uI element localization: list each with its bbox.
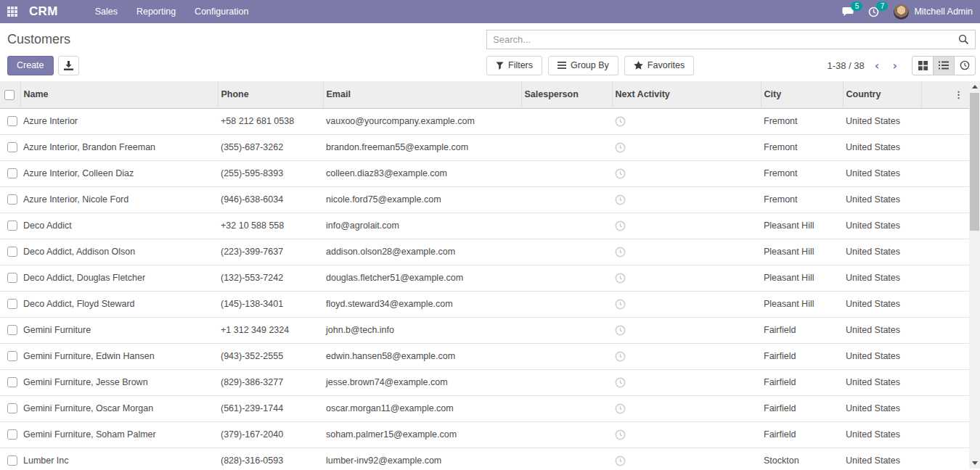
- column-header-city[interactable]: City: [761, 81, 843, 108]
- table-row[interactable]: Gemini Furniture, Oscar Morgan (561)-239…: [0, 395, 969, 421]
- next-activity-clock-icon[interactable]: [615, 247, 755, 257]
- select-all-checkbox-cell[interactable]: [0, 81, 20, 108]
- row-checkbox-cell[interactable]: [0, 160, 20, 186]
- table-row[interactable]: Lumber Inc (828)-316-0593 lumber-inv92@e…: [0, 448, 969, 470]
- table-row[interactable]: Azure Interior +58 212 681 0538 vauxoo@y…: [0, 108, 969, 134]
- table-row[interactable]: Gemini Furniture +1 312 349 2324 john.b@…: [0, 317, 969, 343]
- table-row[interactable]: Deco Addict, Addison Olson (223)-399-763…: [0, 239, 969, 265]
- activities-button[interactable]: 7: [868, 7, 879, 17]
- row-checkbox[interactable]: [7, 325, 17, 335]
- favorites-button[interactable]: Favorites: [624, 56, 694, 75]
- pager-next-button[interactable]: ›: [889, 59, 900, 73]
- table-row[interactable]: Gemini Furniture, Jesse Brown (829)-386-…: [0, 369, 969, 395]
- column-header-next-activity[interactable]: Next Activity: [612, 81, 761, 108]
- scrollbar-down-arrow[interactable]: [969, 458, 980, 469]
- next-activity-clock-icon[interactable]: [615, 273, 755, 284]
- row-checkbox-cell[interactable]: [0, 134, 20, 160]
- column-header-email[interactable]: Email: [323, 81, 521, 108]
- export-button[interactable]: [58, 56, 79, 75]
- optional-columns-icon[interactable]: ⋮: [954, 90, 963, 99]
- row-checkbox[interactable]: [7, 429, 17, 440]
- cell-name: Gemini Furniture, Soham Palmer: [20, 421, 218, 448]
- app-brand[interactable]: CRM: [29, 4, 58, 19]
- next-activity-clock-icon[interactable]: [615, 351, 755, 362]
- next-activity-clock-icon[interactable]: [615, 403, 755, 414]
- row-checkbox[interactable]: [7, 116, 17, 126]
- cell-country: United States: [843, 213, 921, 239]
- row-checkbox[interactable]: [7, 168, 17, 178]
- next-activity-clock-icon[interactable]: [615, 377, 755, 388]
- apps-menu-icon[interactable]: [7, 7, 19, 17]
- cell-phone: (943)-352-2555: [218, 343, 323, 369]
- row-checkbox-cell[interactable]: [0, 291, 20, 317]
- menu-reporting[interactable]: Reporting: [128, 0, 184, 23]
- scrollbar-up-arrow[interactable]: [969, 81, 980, 92]
- create-button[interactable]: Create: [7, 56, 54, 75]
- row-checkbox-cell[interactable]: [0, 317, 20, 343]
- search-icon[interactable]: [958, 34, 969, 45]
- row-checkbox-cell[interactable]: [0, 343, 20, 369]
- scrollbar-thumb[interactable]: [970, 93, 979, 231]
- row-checkbox[interactable]: [7, 377, 17, 387]
- row-checkbox[interactable]: [7, 220, 17, 231]
- row-checkbox-cell[interactable]: [0, 239, 20, 265]
- filters-button[interactable]: Filters: [486, 56, 542, 75]
- row-checkbox-cell[interactable]: [0, 395, 20, 421]
- next-activity-clock-icon[interactable]: [615, 194, 755, 205]
- next-activity-clock-icon[interactable]: [615, 220, 755, 231]
- row-checkbox[interactable]: [7, 403, 17, 413]
- column-header-country[interactable]: Country: [843, 81, 921, 108]
- row-checkbox-cell[interactable]: [0, 421, 20, 448]
- next-activity-clock-icon[interactable]: [615, 299, 755, 310]
- table-row[interactable]: Azure Interior, Nicole Ford (946)-638-60…: [0, 186, 969, 213]
- row-checkbox[interactable]: [7, 247, 17, 257]
- row-checkbox[interactable]: [7, 299, 17, 309]
- row-checkbox-cell[interactable]: [0, 448, 20, 470]
- next-activity-clock-icon[interactable]: [615, 142, 755, 153]
- cell-salesperson: [521, 265, 612, 291]
- activity-view-button[interactable]: [954, 56, 976, 75]
- row-checkbox-cell[interactable]: [0, 265, 20, 291]
- user-menu[interactable]: Mitchell Admin: [894, 4, 973, 20]
- group-by-button[interactable]: Group By: [548, 56, 618, 75]
- row-checkbox[interactable]: [7, 142, 17, 152]
- cell-city: Fairfield: [761, 369, 843, 395]
- search-input[interactable]: [487, 30, 975, 49]
- column-header-name[interactable]: Name: [20, 81, 218, 108]
- kanban-view-button[interactable]: [912, 56, 934, 75]
- row-checkbox[interactable]: [7, 273, 17, 283]
- list-view-button[interactable]: [933, 56, 955, 75]
- row-checkbox-cell[interactable]: [0, 108, 20, 134]
- table-row[interactable]: Deco Addict, Floyd Steward (145)-138-340…: [0, 291, 969, 317]
- row-checkbox-cell[interactable]: [0, 213, 20, 239]
- row-checkbox[interactable]: [7, 455, 17, 466]
- table-row[interactable]: Azure Interior, Colleen Diaz (255)-595-8…: [0, 160, 969, 186]
- next-activity-clock-icon[interactable]: [615, 455, 755, 466]
- cell-filler: [921, 213, 969, 239]
- menu-configuration[interactable]: Configuration: [187, 0, 256, 23]
- column-header-phone[interactable]: Phone: [218, 81, 323, 108]
- table-row[interactable]: Deco Addict, Douglas Fletcher (132)-553-…: [0, 265, 969, 291]
- table-row[interactable]: Gemini Furniture, Soham Palmer (379)-167…: [0, 421, 969, 448]
- cell-name: Azure Interior: [20, 108, 218, 134]
- row-checkbox-cell[interactable]: [0, 186, 20, 213]
- pager-previous-button[interactable]: ‹: [872, 59, 883, 73]
- next-activity-clock-icon[interactable]: [615, 429, 755, 440]
- cell-city: Fremont: [761, 134, 843, 160]
- table-row[interactable]: Azure Interior, Brandon Freeman (355)-68…: [0, 134, 969, 160]
- next-activity-clock-icon[interactable]: [615, 168, 755, 179]
- table-row[interactable]: Deco Addict +32 10 588 558 info@agrolait…: [0, 213, 969, 239]
- messages-button[interactable]: 5: [842, 7, 854, 17]
- vertical-scrollbar[interactable]: [969, 81, 980, 469]
- row-checkbox[interactable]: [7, 351, 17, 361]
- column-header-salesperson[interactable]: Salesperson: [521, 81, 612, 108]
- row-checkbox-cell[interactable]: [0, 369, 20, 395]
- next-activity-clock-icon[interactable]: [615, 325, 755, 336]
- next-activity-clock-icon[interactable]: [615, 116, 755, 127]
- select-all-checkbox[interactable]: [4, 90, 15, 100]
- cell-city: Fairfield: [761, 421, 843, 448]
- table-row[interactable]: Gemini Furniture, Edwin Hansen (943)-352…: [0, 343, 969, 369]
- row-checkbox[interactable]: [7, 194, 17, 205]
- menu-sales[interactable]: Sales: [87, 0, 126, 23]
- cell-salesperson: [521, 134, 612, 160]
